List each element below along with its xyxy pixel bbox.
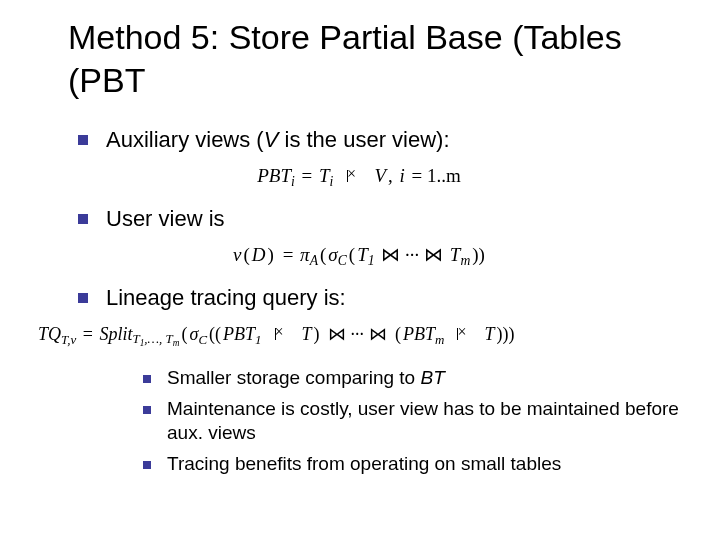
sym-PBT1: PBT — [223, 324, 255, 344]
sym-V: V — [374, 165, 386, 186]
sub-m: m — [460, 253, 470, 268]
rp: ) — [266, 244, 276, 265]
sym-range: = 1..m — [405, 165, 463, 186]
sub-bullet-storage: Smaller storage comparing to BT — [143, 366, 682, 391]
main-bullet-list-2: User view is — [78, 204, 682, 234]
sym-T3: T — [484, 324, 494, 344]
op-space2 — [361, 165, 370, 186]
math-pbt: PBTi = Ti × V, i = 1..m — [257, 165, 463, 186]
sub-m2: m — [435, 331, 444, 346]
sp5 — [449, 324, 458, 344]
bullet-text: Lineage tracing query is: — [106, 283, 346, 313]
bullet-auxiliary-views: Auxiliary views (V is the user view): — [78, 125, 682, 155]
sub-bullet-list: Smaller storage comparing to BT Maintena… — [143, 366, 682, 477]
sub-bullet-tracing: Tracing benefits from operating on small… — [143, 452, 682, 477]
bullet-icon — [78, 135, 88, 145]
bullet-text: Auxiliary views (V is the user view): — [106, 125, 450, 155]
slide: Method 5: Store Partial Base (Tables (PB… — [0, 0, 720, 503]
math-lineage: TQT,v = SplitT1,…, Tm(σC((PBT1 × T) ⋈ ··… — [38, 324, 516, 344]
main-bullet-list-3: Lineage tracing query is: — [78, 283, 682, 313]
rp3: ) — [312, 324, 322, 344]
text-aux-var: V — [264, 127, 279, 152]
sym-Tm: T — [450, 244, 461, 265]
slide-title: Method 5: Store Partial Base (Tables (PB… — [68, 16, 682, 101]
sym-dots2: ⋈ ··· ⋈ — [322, 324, 394, 344]
lp: ( — [242, 244, 252, 265]
sp6 — [471, 324, 480, 344]
bullet-text: Maintenance is costly, user view has to … — [167, 397, 682, 446]
lp4: ( — [180, 324, 190, 344]
sym-TQ: TQ — [38, 324, 61, 344]
bullet-icon — [143, 375, 151, 383]
sym-v: v — [233, 244, 241, 265]
bullet-icon — [78, 214, 88, 224]
text-aux-pre: Auxiliary views ( — [106, 127, 264, 152]
sp4 — [289, 324, 298, 344]
ss-dots: ,…, — [144, 331, 165, 346]
ltimes-icon-3: × — [457, 328, 471, 340]
sym-T2: T — [302, 324, 312, 344]
bullet-text: User view is — [106, 204, 225, 234]
bullet-icon — [143, 461, 151, 469]
lp6: ( — [393, 324, 403, 344]
sym-eq: = — [295, 165, 319, 186]
s1-pre: Smaller storage comparing to — [167, 367, 420, 388]
sub-bullet-maintenance: Maintenance is costly, user view has to … — [143, 397, 682, 446]
sub-Tv: T,v — [61, 331, 76, 346]
formula-userview: v(D) = πA(σC(T1 ⋈ ··· ⋈ Tm)) — [38, 243, 682, 269]
sub-i2: i — [330, 174, 334, 189]
sub-A: A — [310, 253, 318, 268]
sym-pi: π — [300, 244, 310, 265]
ltimes-icon: × — [347, 170, 361, 182]
sub-1b: 1 — [255, 331, 261, 346]
main-bullet-list: Auxiliary views (V is the user view): — [78, 125, 682, 155]
sym-PBTm: PBT — [403, 324, 435, 344]
ss-T1: T — [132, 331, 139, 346]
bullet-lineage: Lineage tracing query is: — [78, 283, 682, 313]
sym-eq2: = — [276, 244, 300, 265]
lp3: ( — [347, 244, 357, 265]
bullet-text: Smaller storage comparing to BT — [167, 366, 445, 391]
sym-T1: T — [357, 244, 368, 265]
sym-dots: ⋈ ··· ⋈ — [375, 244, 450, 265]
ss-Tm: T — [166, 331, 173, 346]
ss-m: m — [173, 338, 180, 348]
sub-split: T1,…, Tm — [132, 331, 179, 346]
sym-pbt: PBT — [257, 165, 291, 186]
op-space1 — [338, 165, 347, 186]
bullet-user-view: User view is — [78, 204, 682, 234]
sub-1: 1 — [368, 253, 375, 268]
sub-C2: C — [198, 331, 207, 346]
rp4: ))) — [494, 324, 516, 344]
formula-lineage: TQT,v = SplitT1,…, Tm(σC((PBT1 × T) ⋈ ··… — [38, 323, 682, 348]
sym-comma: , — [386, 165, 400, 186]
rp2: )) — [470, 244, 487, 265]
sym-D: D — [252, 244, 266, 265]
ltimes-icon-2: × — [275, 328, 289, 340]
lp5: (( — [207, 324, 223, 344]
lp2: ( — [318, 244, 328, 265]
math-userview: v(D) = πA(σC(T1 ⋈ ··· ⋈ Tm)) — [233, 244, 487, 265]
sub-C: C — [338, 253, 347, 268]
sym-T: T — [319, 165, 330, 186]
bullet-icon — [143, 406, 151, 414]
sym-split: Split — [99, 324, 132, 344]
bullet-text: Tracing benefits from operating on small… — [167, 452, 561, 477]
bullet-icon — [78, 293, 88, 303]
formula-pbt: PBTi = Ti × V, i = 1..m — [38, 165, 682, 190]
s1-em: BT — [420, 367, 444, 388]
sym-sigma: σ — [328, 244, 337, 265]
sp3 — [266, 324, 275, 344]
sym-eq3: = — [76, 324, 99, 344]
sym-ilbl: i — [400, 165, 405, 186]
text-aux-post: is the user view): — [278, 127, 449, 152]
